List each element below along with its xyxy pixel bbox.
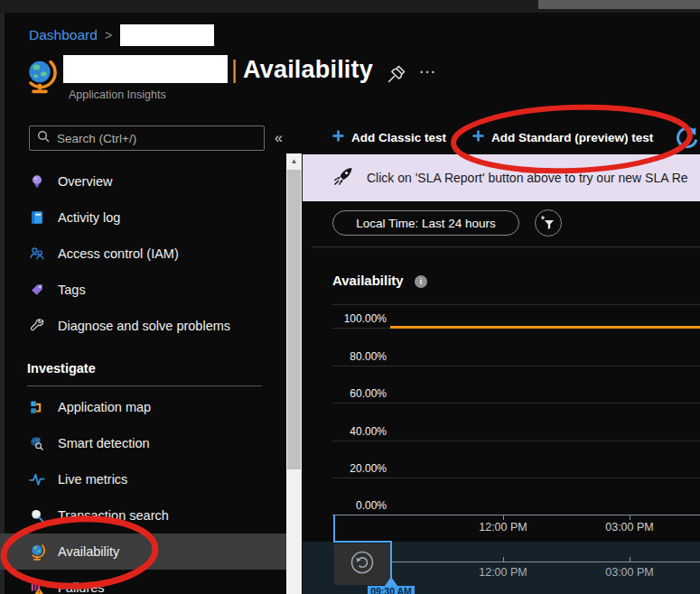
sidebar-item-label: Overview: [58, 174, 112, 189]
add-classic-test-label: Add Classic test: [351, 131, 446, 144]
add-classic-test-button[interactable]: Add Classic test: [331, 126, 446, 148]
pin-icon[interactable]: [386, 63, 407, 85]
breadcrumb-separator: >: [105, 28, 112, 42]
sidebar-collapse-button[interactable]: «: [275, 130, 283, 146]
sidebar-item-failures[interactable]: Failures: [0, 570, 287, 594]
add-filter-button[interactable]: [535, 209, 562, 237]
globe-icon: [28, 543, 46, 561]
sidebar-item-label: Live metrics: [58, 472, 127, 487]
gridline-80: [332, 366, 700, 367]
magnifier-icon: [28, 506, 46, 524]
sidebar-item-application-map[interactable]: Application map: [0, 389, 287, 425]
activity-log-icon: [28, 209, 46, 227]
application-insights-globe-icon: [24, 56, 57, 99]
sidebar-item-label: Availability: [58, 544, 119, 559]
brush-handle-triangle[interactable]: [385, 577, 397, 586]
pulse-icon: [28, 470, 46, 488]
reset-zoom-button[interactable]: [334, 543, 390, 585]
info-icon[interactable]: i: [415, 275, 427, 288]
gridline-40: [332, 441, 700, 441]
y-tick-label: 80.00%: [307, 350, 387, 363]
x-tick-label: 03:00 PM: [598, 521, 661, 534]
sidebar-item-activity-log[interactable]: Activity log: [0, 200, 287, 236]
sla-report-banner: Click on 'SLA Report' button above to tr…: [303, 154, 700, 201]
search-icon: [37, 130, 50, 146]
sidebar-item-label: Tags: [58, 283, 86, 297]
y-tick-label: 100.00%: [307, 312, 387, 325]
sidebar-item-overview[interactable]: Overview: [0, 163, 287, 200]
sidebar-section-investigate: Investigate: [27, 361, 96, 376]
gridline-20: [332, 478, 700, 478]
search-input[interactable]: [57, 132, 257, 145]
failures-icon: [28, 579, 46, 594]
brush-selection-connector: [333, 541, 392, 543]
x-tick: [503, 515, 504, 520]
sidebar-item-access-control[interactable]: Access control (IAM): [0, 236, 287, 272]
add-standard-test-button[interactable]: Add Standard (preview) test: [471, 126, 653, 148]
sidebar-section-divider: [27, 385, 262, 386]
sidebar-item-label: Transaction search: [58, 508, 169, 523]
section-divider: [312, 246, 700, 247]
sidebar-item-label: Failures: [58, 580, 105, 594]
plus-icon: [331, 129, 345, 145]
wrench-icon: [28, 317, 46, 335]
sidebar-item-tags[interactable]: Tags: [0, 272, 287, 308]
application-map-icon: [28, 398, 46, 416]
chart-title: Availability: [332, 273, 404, 288]
azure-portal-availability-page: Dashboard > | Availability … Application…: [0, 0, 700, 594]
brush-tick-label: 12:00 PM: [471, 566, 535, 579]
chart-top-border: [332, 304, 700, 305]
lightbulb-icon: [28, 172, 46, 190]
rocket-icon: [332, 165, 354, 190]
y-tick-label: 40.00%: [307, 425, 387, 438]
title-pipe: |: [231, 56, 238, 84]
more-options-button[interactable]: …: [418, 57, 438, 78]
scrollbar-up-arrow[interactable]: ▲: [286, 153, 302, 170]
redacted-resource-name-breadcrumb: [120, 24, 214, 46]
add-standard-test-label: Add Standard (preview) test: [491, 131, 653, 144]
sidebar-item-availability[interactable]: Availability: [0, 534, 287, 570]
time-range-pill[interactable]: Local Time: Last 24 hours: [332, 210, 519, 236]
brush-selection-left-edge: [333, 515, 335, 543]
brush-handle-time-label: 09:30 AM: [368, 586, 415, 594]
banner-text: Click on 'SLA Report' button above to tr…: [367, 171, 688, 185]
smart-detection-icon: [28, 434, 46, 452]
brush-tick: [630, 557, 630, 562]
y-tick-label: 20.00%: [307, 462, 387, 475]
sidebar-item-label: Diagnose and solve problems: [58, 319, 230, 333]
x-tick: [630, 515, 630, 520]
brush-track-line: [392, 562, 700, 562]
sidebar-item-label: Application map: [58, 400, 151, 414]
sidebar-item-label: Activity log: [58, 210, 120, 225]
y-tick-label: 0.00%: [307, 499, 387, 512]
sidebar-item-smart-detection[interactable]: Smart detection: [0, 425, 287, 461]
brush-tick-label: 03:00 PM: [598, 566, 661, 579]
sidebar-item-diagnose[interactable]: Diagnose and solve problems: [0, 308, 287, 344]
refresh-icon[interactable]: [673, 125, 700, 151]
sidebar-item-label: Smart detection: [58, 436, 150, 450]
undo-icon: [348, 548, 377, 580]
scrollbar-thumb[interactable]: [287, 170, 301, 469]
y-tick-label: 60.00%: [307, 387, 387, 400]
tag-icon: [28, 281, 46, 299]
resource-type-subtitle: Application Insights: [69, 88, 166, 101]
x-axis-line: [332, 515, 700, 515]
breadcrumb-dashboard-link[interactable]: Dashboard: [29, 27, 98, 43]
people-icon: [28, 245, 46, 263]
sidebar-item-transaction-search[interactable]: Transaction search: [0, 497, 287, 534]
sidebar-item-live-metrics[interactable]: Live metrics: [0, 461, 287, 497]
sidebar-item-label: Access control (IAM): [58, 246, 179, 261]
brush-handle-line[interactable]: [390, 541, 392, 579]
top-redaction-bar: [538, 0, 700, 9]
redacted-resource-name-title: [63, 55, 228, 83]
x-tick-label: 12:00 PM: [471, 521, 535, 534]
page-title: Availability: [243, 56, 373, 84]
gridline-60: [332, 403, 700, 404]
availability-series-line: [390, 326, 700, 329]
brush-tick: [503, 557, 504, 562]
plus-icon: [471, 129, 485, 145]
sidebar-search[interactable]: [29, 125, 265, 151]
